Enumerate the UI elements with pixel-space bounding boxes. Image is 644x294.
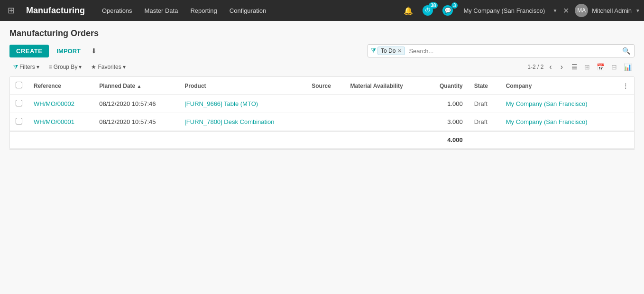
company-dropdown-icon[interactable]: ▼	[552, 8, 557, 13]
search-input[interactable]	[407, 47, 621, 56]
product-link-2[interactable]: [FURN_7800] Desk Combination	[184, 118, 274, 125]
col-product: Product	[179, 77, 306, 95]
total-spacer	[10, 131, 425, 149]
filter-funnel-icon: ⧩	[371, 47, 376, 55]
app-title: Manufacturing	[20, 6, 91, 16]
list-view-button[interactable]: ☰	[569, 62, 580, 72]
company-link-2[interactable]: My Company (San Francisco)	[506, 118, 588, 125]
col-more-options[interactable]: ⋮	[617, 77, 634, 95]
table-row: WH/MO/00001 08/12/2020 10:57:45 [FURN_78…	[10, 113, 634, 132]
search-tag-todo: To Do ✕	[377, 47, 405, 55]
filter-right: 1-2 / 2 ‹ › ☰ ⊞ 📅 ⊟ 📊	[527, 61, 635, 73]
company-selector[interactable]: My Company (San Francisco)	[460, 5, 549, 16]
col-company: Company	[500, 77, 617, 95]
import-button[interactable]: IMPORT	[53, 45, 84, 57]
view-buttons: ☰ ⊞ 📅 ⊟ 📊	[569, 62, 635, 72]
group-by-icon: ≡	[49, 64, 52, 70]
col-planned-date[interactable]: Planned Date	[93, 77, 179, 95]
row-checkbox-cell-2[interactable]	[10, 113, 28, 132]
source-cell-1	[306, 95, 344, 113]
state-cell-1: Draft	[469, 95, 500, 113]
reference-cell-1[interactable]: WH/MO/00002	[28, 95, 93, 113]
group-by-dropdown-icon: ▾	[79, 64, 82, 70]
product-cell-1[interactable]: [FURN_9666] Table (MTO)	[179, 95, 306, 113]
group-by-button[interactable]: ≡ Group By ▾	[45, 62, 86, 72]
filters-button[interactable]: ⧩ Filters ▾	[9, 62, 43, 72]
user-name[interactable]: Mitchell Admin	[592, 7, 632, 14]
search-container: ⧩ To Do ✕ 🔍	[368, 44, 635, 57]
material-availability-cell-2	[345, 113, 425, 132]
search-row: CREATE IMPORT ⬇ ⧩ To Do ✕ 🔍	[9, 44, 635, 57]
favorites-dropdown-icon: ▾	[123, 64, 126, 70]
create-button[interactable]: CREATE	[9, 45, 49, 57]
col-quantity: Quantity	[425, 77, 468, 95]
topbar-right: 🔔 ⏱ 38 💬 3 My Company (San Francisco) ▼ …	[401, 3, 640, 18]
planned-date-cell-1: 08/12/2020 10:57:46	[93, 95, 179, 113]
reference-link-1[interactable]: WH/MO/00002	[34, 100, 74, 107]
filter-bar: ⧩ Filters ▾ ≡ Group By ▾ ★ Favorites ▾ 1…	[9, 61, 635, 73]
search-icon[interactable]: 🔍	[621, 46, 631, 56]
activity-badge: 38	[429, 2, 438, 9]
company-link-1[interactable]: My Company (San Francisco)	[506, 100, 588, 107]
quantity-cell-1: 1.000	[425, 95, 468, 113]
filter-left: ⧩ Filters ▾ ≡ Group By ▾ ★ Favorites ▾	[9, 62, 129, 72]
avatar[interactable]: MA	[575, 4, 588, 17]
reference-link-2[interactable]: WH/MO/00001	[34, 118, 74, 125]
row-more-1[interactable]	[617, 95, 634, 113]
pagination-text: 1-2 / 2	[527, 64, 543, 70]
reference-cell-2[interactable]: WH/MO/00001	[28, 113, 93, 132]
total-quantity: 4.000	[425, 131, 468, 149]
planned-date-cell-2: 08/12/2020 10:57:45	[93, 113, 179, 132]
grid-menu-icon[interactable]: ⊞	[4, 3, 18, 18]
nav-configuration[interactable]: Configuration	[224, 3, 272, 18]
nav-master-data[interactable]: Master Data	[139, 3, 184, 18]
nav-operations[interactable]: Operations	[96, 3, 138, 18]
calendar-view-button[interactable]: 📅	[594, 62, 607, 72]
total-row: 4.000	[10, 131, 634, 149]
pagination-prev[interactable]: ‹	[546, 61, 554, 73]
col-material-availability: Material Availability	[345, 77, 425, 95]
search-tag-close[interactable]: ✕	[397, 48, 402, 54]
nav-menu: Operations Master Data Reporting Configu…	[96, 3, 399, 18]
page-title: Manufacturing Orders	[9, 28, 635, 38]
graph-view-button[interactable]: 📊	[621, 62, 635, 72]
close-icon[interactable]: ✕	[561, 4, 571, 17]
company-cell-1[interactable]: My Company (San Francisco)	[500, 95, 617, 113]
pivot-view-button[interactable]: ⊟	[608, 62, 620, 72]
orders-table: Reference Planned Date Product Source Ma…	[10, 77, 634, 149]
pagination-next[interactable]: ›	[558, 61, 566, 73]
notification-bell[interactable]: 🔔	[401, 4, 416, 17]
quantity-cell-2: 3.000	[425, 113, 468, 132]
select-all-checkbox[interactable]	[16, 82, 22, 88]
chat-icon[interactable]: 💬 3	[440, 3, 456, 18]
table-header-row: Reference Planned Date Product Source Ma…	[10, 77, 634, 95]
table-container: Reference Planned Date Product Source Ma…	[9, 76, 635, 149]
row-checkbox-2[interactable]	[16, 118, 22, 124]
state-cell-2: Draft	[469, 113, 500, 132]
select-all-header[interactable]	[10, 77, 28, 95]
row-checkbox-cell-1[interactable]	[10, 95, 28, 113]
search-tag-label: To Do	[381, 47, 396, 54]
kanban-view-button[interactable]: ⊞	[581, 62, 593, 72]
product-cell-2[interactable]: [FURN_7800] Desk Combination	[179, 113, 306, 132]
nav-reporting[interactable]: Reporting	[184, 3, 222, 18]
filter-icon: ⧩	[13, 64, 18, 70]
row-more-2[interactable]	[617, 113, 634, 132]
material-availability-cell-1	[345, 95, 425, 113]
row-checkbox-1[interactable]	[16, 100, 22, 106]
col-reference[interactable]: Reference	[28, 77, 93, 95]
total-spacer-right	[469, 131, 634, 149]
filters-dropdown-icon: ▾	[37, 64, 39, 70]
table-row: WH/MO/00002 08/12/2020 10:57:46 [FURN_96…	[10, 95, 634, 113]
company-cell-2[interactable]: My Company (San Francisco)	[500, 113, 617, 132]
col-source: Source	[306, 77, 344, 95]
product-link-1[interactable]: [FURN_9666] Table (MTO)	[184, 100, 258, 107]
user-dropdown-icon[interactable]: ▼	[635, 8, 640, 13]
download-button[interactable]: ⬇	[88, 45, 100, 57]
favorites-button[interactable]: ★ Favorites ▾	[87, 62, 129, 72]
empty-area	[9, 149, 635, 206]
chat-badge: 3	[451, 2, 458, 9]
star-icon: ★	[91, 64, 96, 70]
activity-icon[interactable]: ⏱ 38	[420, 3, 436, 18]
top-navigation: ⊞ Manufacturing Operations Master Data R…	[0, 0, 644, 21]
